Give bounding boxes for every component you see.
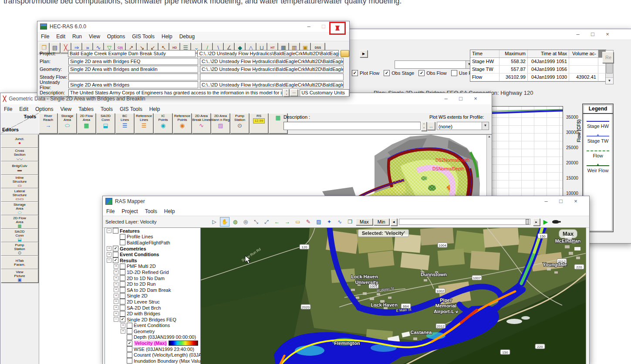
tree-item-single-2d[interactable]: +Single 2D [105, 293, 201, 299]
viewer-3d-icon[interactable]: ❒ [345, 217, 355, 227]
max-button[interactable]: Max [356, 218, 373, 225]
tree-item-wse-03jan1999-23-40-00-[interactable]: WSE (03JAN1999 23:40:00) [105, 346, 201, 352]
expander-icon[interactable]: + [107, 246, 111, 251]
tree-checkbox[interactable] [113, 228, 118, 234]
htab-param-button[interactable]: HTabParam. [1, 256, 38, 269]
menu-item-help[interactable]: Help [161, 207, 179, 215]
menu-item-edit[interactable]: Edit [53, 33, 69, 40]
storage-area-editor-button[interactable]: StorageArea⬭ [1, 202, 38, 215]
checkbox-box[interactable]: ✓ [352, 70, 358, 76]
expander-icon[interactable]: + [114, 294, 118, 298]
tree-checkbox[interactable] [120, 293, 125, 299]
view-picture-button[interactable]: ViewPicture▣ [1, 269, 38, 283]
time-series-table[interactable]: Time SeriesMaximumTime at MaxVolume ac-f… [470, 50, 606, 82]
menu-item-gis-tools[interactable]: GIS Tools [128, 33, 158, 40]
reference-points-button[interactable]: ReferencePoints◉ [173, 113, 192, 134]
expander-icon[interactable]: + [114, 287, 118, 292]
tree-checkbox[interactable] [120, 281, 125, 287]
forward-arrow-icon[interactable]: → [283, 217, 292, 227]
pump-station-button[interactable]: PumpStation⊙ [230, 113, 249, 134]
menu-item-file[interactable]: File [103, 207, 118, 215]
sa2d-conn-button[interactable]: SA/2DConn⬓ [96, 113, 115, 134]
menu-item-file[interactable]: File [0, 105, 16, 113]
field-value[interactable]: Single 2D Area with Bridges [68, 81, 198, 88]
bridge-culvert-editor-button[interactable]: Brdg/Culv▬ [1, 161, 38, 175]
expander-icon[interactable]: − [107, 228, 111, 233]
tree-item-geometries[interactable]: +✓Geometries [105, 246, 201, 252]
mannings-regions-button[interactable]: 2D AreaMann n Reg.▨ [211, 113, 230, 134]
zoom-in-icon[interactable]: ◎ [241, 217, 250, 227]
minimize-icon[interactable]: – [570, 30, 585, 39]
menu-item-run[interactable]: Run [69, 33, 85, 40]
tree-checkbox[interactable] [127, 346, 132, 352]
description-spinner[interactable]: ˄˅ [283, 89, 289, 97]
velocity-map-view[interactable]: W Water StE Main StSugar Run Rd 12010041… [200, 227, 586, 364]
description-ellipsis-button[interactable]: ... [427, 122, 435, 130]
field-value[interactable]: Single 2D Area with Bridges and Breaklin [68, 66, 198, 73]
table-row[interactable]: Stage HW558.3204Jan1999 1051 [470, 58, 606, 66]
min-button[interactable]: Min [374, 218, 389, 225]
tree-item-baldeagleflightpath[interactable]: BaldEagleFlightPath [105, 240, 201, 246]
menu-item-options[interactable]: Options [104, 33, 128, 40]
menu-item-project[interactable]: Project [118, 207, 141, 215]
time-slider-thumb[interactable] [526, 219, 529, 224]
scroll-down-icon[interactable]: ▼ [606, 77, 613, 84]
tree-checkbox[interactable]: ✓ [120, 317, 125, 322]
tree-checkbox[interactable] [127, 352, 132, 358]
time-slider[interactable] [399, 219, 530, 225]
velocity-map-icon[interactable]: ▨ [314, 217, 324, 227]
expander-icon[interactable]: + [121, 323, 125, 328]
expander-icon[interactable]: + [114, 264, 118, 269]
checkbox-box[interactable]: ✓ [418, 70, 425, 76]
field-value[interactable]: Single 2D area with Bridges FEQ [68, 58, 198, 65]
description-ellipsis-button[interactable]: ... [290, 89, 298, 96]
step-forward-button[interactable]: ▸ [533, 218, 540, 226]
menu-item-help[interactable]: Help [158, 33, 176, 40]
tree-checkbox[interactable]: ✓ [113, 257, 118, 263]
menu-item-help[interactable]: Help [146, 105, 164, 113]
expander-icon[interactable]: + [114, 282, 118, 287]
menu-item-options[interactable]: Options [32, 105, 57, 113]
tree-checkbox[interactable] [120, 311, 125, 317]
tree-item-event-conditions[interactable]: +Event Conditions [105, 251, 201, 257]
tree-item-event-conditions[interactable]: +Event Conditions [105, 323, 201, 329]
junction-editor-button[interactable]: Junct.● [1, 134, 38, 148]
wave-tool-icon[interactable]: ∿ [335, 217, 344, 227]
menu-item-tools[interactable]: Tools [142, 207, 161, 215]
minimize-icon[interactable]: – [439, 94, 453, 104]
field-path[interactable] [200, 73, 344, 80]
reference-lines-button[interactable]: ReferenceLines☰ [135, 113, 153, 134]
river-reach-button[interactable]: RiverReach→ [39, 113, 57, 134]
tree-checkbox[interactable] [120, 269, 125, 275]
tree-item-geometry[interactable]: +Geometry [105, 328, 201, 334]
minimize-icon[interactable]: – [301, 22, 316, 31]
tree-item-pmf-multi-2d[interactable]: +PMF Multi 2D [105, 264, 201, 270]
chevron-down-icon[interactable]: ▼ [482, 122, 489, 130]
tree-item-velocity-max-[interactable]: ✓Velocity (Max) [105, 340, 201, 346]
select-cursor-icon[interactable]: ▷ [209, 217, 219, 227]
particle-tracing-icon[interactable]: ✦ [324, 217, 334, 227]
expander-icon[interactable]: + [121, 329, 125, 334]
menu-item-tools[interactable]: Tools [97, 105, 116, 113]
menu-item-file[interactable]: File [37, 33, 53, 40]
tree-checkbox[interactable] [127, 358, 132, 364]
close-icon[interactable]: × [568, 197, 583, 206]
geometry-description-input[interactable] [283, 122, 421, 130]
tree-item-2d-to-1d-no-dam[interactable]: +2D to 1D No Dam [105, 275, 201, 281]
tree-checkbox[interactable]: ✓ [113, 246, 118, 251]
prev-timestep-button[interactable]: ◄ [391, 218, 397, 226]
maximize-icon[interactable]: □ [316, 22, 331, 31]
field-path[interactable]: C:\..\2D Unsteady Flow Hydraulics\BaldEa… [200, 58, 344, 65]
lateral-structure-editor-button[interactable]: LateralStructure▭▭ [1, 188, 38, 202]
field-value[interactable] [68, 73, 198, 80]
expander-icon[interactable]: + [107, 252, 111, 257]
checkbox-plot-flow[interactable]: ✓Plot Flow [352, 70, 379, 76]
table-row[interactable]: Stage TW557.8704Jan1999 1056 [470, 66, 606, 73]
expander-icon[interactable]: + [114, 276, 118, 281]
tree-checkbox[interactable]: ✓ [127, 341, 132, 346]
tree-checkbox[interactable] [127, 328, 132, 334]
field-path[interactable]: C:\..\2D Unsteady Flow Hydraulics\BaldEa… [200, 81, 344, 88]
tree-checkbox[interactable] [120, 287, 125, 293]
expander-icon[interactable]: + [114, 270, 118, 274]
field-path[interactable]: C:\..\2D Unsteady Flow Hydraulics\BaldEa… [197, 50, 339, 57]
